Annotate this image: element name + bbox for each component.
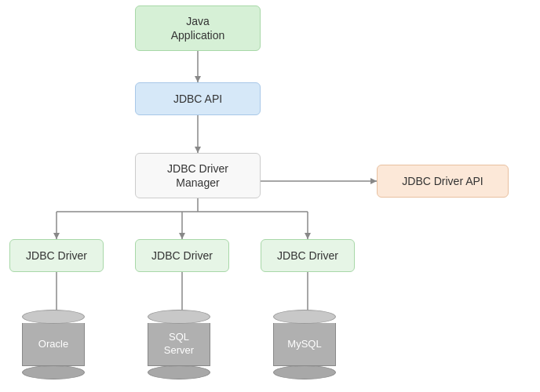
mysql-label: MySQL [287, 338, 321, 351]
svg-marker-9 [179, 233, 185, 239]
jdbc-driver-1-box: JDBC Driver [9, 239, 104, 272]
jdbc-driver-api-label: JDBC Driver API [402, 174, 483, 188]
diagram-container: JavaApplication JDBC API JDBC DriverMana… [0, 0, 540, 392]
svg-marker-1 [195, 76, 201, 82]
jdbc-api-label: JDBC API [173, 92, 222, 106]
oracle-cyl-body: Oracle [22, 323, 85, 366]
mysql-cyl-body: MySQL [273, 323, 336, 366]
svg-marker-3 [195, 147, 201, 153]
jdbc-driver-api-box: JDBC Driver API [377, 165, 509, 198]
svg-marker-7 [53, 233, 60, 239]
java-application-box: JavaApplication [135, 5, 261, 51]
java-application-label: JavaApplication [171, 14, 225, 42]
svg-marker-11 [305, 233, 311, 239]
sql-server-cyl-body: SQLServer [148, 323, 210, 366]
jdbc-api-box: JDBC API [135, 82, 261, 115]
jdbc-driver-1-label: JDBC Driver [26, 249, 87, 263]
jdbc-driver-3-box: JDBC Driver [261, 239, 355, 272]
mysql-cyl-top [273, 310, 336, 324]
jdbc-driver-2-box: JDBC Driver [135, 239, 229, 272]
mysql-cylinder: MySQL [273, 310, 336, 379]
jdbc-driver-manager-box: JDBC DriverManager [135, 153, 261, 198]
svg-marker-16 [370, 178, 377, 184]
jdbc-driver-2-label: JDBC Driver [151, 249, 213, 263]
oracle-db: Oracle [22, 310, 85, 379]
jdbc-driver-3-label: JDBC Driver [277, 249, 338, 263]
mysql-db: MySQL [273, 310, 336, 379]
sql-server-cyl-top [148, 310, 210, 324]
oracle-cyl-bottom [22, 365, 85, 379]
sql-server-cylinder: SQLServer [148, 310, 210, 379]
sql-server-label: SQLServer [164, 331, 194, 358]
sql-server-db: SQLServer [148, 310, 210, 379]
mysql-cyl-bottom [273, 365, 336, 379]
sql-server-cyl-bottom [148, 365, 210, 379]
oracle-cylinder: Oracle [22, 310, 85, 379]
jdbc-driver-manager-label: JDBC DriverManager [167, 162, 228, 190]
oracle-label: Oracle [38, 338, 68, 351]
oracle-cyl-top [22, 310, 85, 324]
